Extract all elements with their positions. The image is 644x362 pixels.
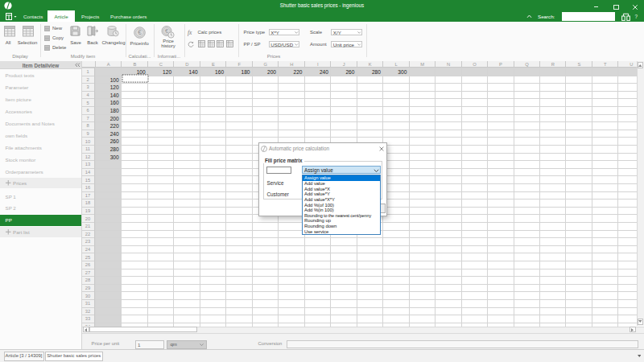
svg-text:€: € bbox=[138, 29, 142, 36]
svg-text:€: € bbox=[165, 27, 168, 35]
